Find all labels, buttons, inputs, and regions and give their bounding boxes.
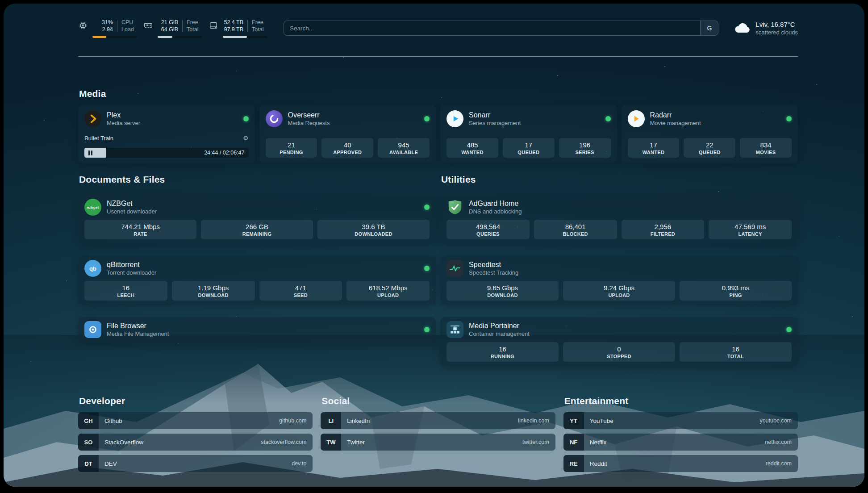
divider-vertical bbox=[117, 20, 117, 32]
disk-icon bbox=[209, 21, 219, 31]
app-card-sonarr[interactable]: Sonarr Series management 485WANTED 17QUE… bbox=[440, 105, 617, 163]
section-title-developer: Developer bbox=[79, 396, 313, 406]
stat-remaining: 266 GBREMAINING bbox=[201, 220, 313, 239]
header-divider bbox=[78, 56, 798, 57]
app-description: Series management bbox=[469, 120, 521, 126]
bookmark-name: Twitter bbox=[347, 439, 365, 446]
memory-free-label: Free bbox=[187, 19, 198, 26]
nzbget-icon: nzbget bbox=[84, 199, 101, 216]
bookmark-abbr: DT bbox=[78, 455, 99, 472]
stat-wanted: 17WANTED bbox=[628, 138, 680, 158]
pause-icon[interactable] bbox=[88, 150, 94, 155]
adguard-icon bbox=[447, 199, 463, 216]
radarr-icon bbox=[628, 110, 645, 127]
bookmark-name: YouTube bbox=[590, 418, 613, 424]
cpu-label: CPU bbox=[121, 19, 134, 26]
cpu-widget: 31% 2.94 CPU Load bbox=[78, 19, 137, 38]
app-name: NZBGet bbox=[107, 200, 157, 208]
app-card-adguard[interactable]: AdGuard Home DNS and adblocking 498,564Q… bbox=[440, 195, 798, 243]
bookmark-name: LinkedIn bbox=[347, 418, 370, 424]
app-description: Movie management bbox=[650, 120, 701, 126]
disk-total-value: 97.9 TB bbox=[224, 26, 243, 33]
snow-specks bbox=[4, 4, 4, 4]
app-name: Speedtest bbox=[469, 261, 518, 269]
app-description: Media server bbox=[107, 120, 140, 126]
stat-queued: 22QUEUED bbox=[684, 138, 735, 158]
bookmark-github[interactable]: GH Github github.com bbox=[78, 412, 313, 429]
app-description: DNS and adblocking bbox=[469, 208, 522, 215]
disk-progress-track bbox=[223, 36, 267, 38]
bookmark-url: twitter.com bbox=[522, 439, 549, 445]
stat-running: 16RUNNING bbox=[447, 342, 559, 362]
stat-latency: 47.569 msLATENCY bbox=[709, 220, 792, 239]
bookmark-url: github.com bbox=[279, 418, 306, 424]
bookmark-url: reddit.com bbox=[766, 460, 792, 467]
bookmark-name: Reddit bbox=[590, 460, 607, 467]
gear-icon[interactable]: ⚙ bbox=[243, 135, 249, 141]
window-frame: 31% 2.94 CPU Load bbox=[0, 0, 868, 493]
weather-widget[interactable]: Lviv, 16.87°C scattered clouds bbox=[734, 21, 798, 36]
bookmark-url: youtube.com bbox=[760, 418, 792, 424]
speedtest-icon bbox=[447, 260, 463, 277]
search-input[interactable] bbox=[284, 21, 718, 36]
stat-queued: 17QUEUED bbox=[503, 138, 555, 158]
plex-progress-fill bbox=[84, 148, 106, 158]
overseerr-icon bbox=[266, 110, 283, 127]
dashboard: 31% 2.94 CPU Load bbox=[4, 4, 864, 487]
app-card-nzbget[interactable]: nzbget NZBGet Usenet downloader 744.21 M… bbox=[78, 195, 436, 243]
plex-progress-bar[interactable]: 24:44 / 02:06:47 bbox=[84, 148, 249, 158]
sonarr-icon bbox=[447, 110, 463, 127]
status-dot bbox=[605, 116, 611, 121]
stat-total: 16TOTAL bbox=[680, 342, 792, 362]
bookmark-dev[interactable]: DT DEV dev.to bbox=[78, 455, 313, 472]
app-card-portainer[interactable]: Media Portainer Container management 16R… bbox=[440, 317, 798, 366]
app-card-plex[interactable]: Plex Media server Bullet Train ⚙ 24:44 /… bbox=[78, 105, 255, 163]
app-description: Torrent downloader bbox=[107, 269, 156, 276]
stat-downloaded: 39.6 TBDOWNLOADED bbox=[317, 220, 430, 239]
stat-blocked: 86,401BLOCKED bbox=[534, 220, 617, 239]
weather-condition: scattered clouds bbox=[755, 29, 798, 36]
app-name: Sonarr bbox=[469, 111, 521, 119]
section-title-utilities: Utilities bbox=[441, 174, 798, 185]
bookmark-reddit[interactable]: RE Reddit reddit.com bbox=[563, 455, 798, 472]
status-dot bbox=[424, 205, 430, 210]
divider-vertical bbox=[182, 20, 183, 32]
bookmark-abbr: NF bbox=[563, 434, 584, 451]
stat-upload: 9.24 GbpsUPLOAD bbox=[563, 281, 675, 301]
stat-leech: 16LEECH bbox=[84, 281, 167, 301]
qbittorrent-icon: qb bbox=[84, 260, 101, 277]
bookmark-netflix[interactable]: NF Netflix netflix.com bbox=[563, 434, 798, 451]
portainer-icon bbox=[447, 321, 463, 338]
bookmark-youtube[interactable]: YT YouTube youtube.com bbox=[563, 412, 798, 429]
app-card-qbittorrent[interactable]: qb qBittorrent Torrent downloader 16LEEC… bbox=[78, 256, 436, 305]
section-title-documents: Documents & Files bbox=[79, 174, 436, 185]
app-card-radarr[interactable]: Radarr Movie management 17WANTED 22QUEUE… bbox=[622, 105, 798, 163]
top-bar: 31% 2.94 CPU Load bbox=[78, 19, 798, 38]
memory-total-value: 64 GiB bbox=[161, 26, 178, 33]
disk-widget: 52.4 TB 97.9 TB Free Total bbox=[209, 19, 267, 38]
app-card-speedtest[interactable]: Speedtest Speedtest Tracking 9.65 GbpsDO… bbox=[440, 256, 798, 305]
bookmark-stackoverflow[interactable]: SO StackOverflow stackoverflow.com bbox=[78, 434, 313, 451]
section-bookmarks: Developer GH Github github.com SO StackO… bbox=[78, 396, 798, 476]
bookmark-twitter[interactable]: TW Twitter twitter.com bbox=[321, 434, 555, 451]
disk-total-label: Total bbox=[252, 26, 263, 33]
bookmark-linkedin[interactable]: LI LinkedIn linkedin.com bbox=[321, 412, 555, 429]
memory-progress-fill bbox=[158, 36, 172, 38]
cpu-icon bbox=[78, 21, 89, 31]
section-title-entertainment: Entertainment bbox=[564, 396, 798, 406]
app-card-filebrowser[interactable]: File Browser Media File Management bbox=[78, 317, 436, 342]
app-description: Speedtest Tracking bbox=[469, 269, 518, 276]
section-media: Media Plex Media server Bullet Train ⚙ bbox=[78, 88, 798, 163]
stat-pending: 21PENDING bbox=[266, 138, 317, 158]
disk-free-value: 52.4 TB bbox=[224, 19, 243, 26]
status-dot bbox=[424, 266, 430, 271]
app-card-overseerr[interactable]: Overseerr Media Requests 21PENDING 40APP… bbox=[259, 105, 436, 163]
bookmark-url: stackoverflow.com bbox=[261, 439, 306, 445]
stat-approved: 40APPROVED bbox=[321, 138, 373, 158]
section-title-social: Social bbox=[321, 396, 555, 406]
app-name: Plex bbox=[107, 111, 140, 119]
search-engine-button[interactable]: G bbox=[700, 21, 718, 35]
bookmark-name: Github bbox=[104, 418, 122, 424]
now-playing-title: Bullet Train bbox=[84, 135, 113, 142]
stat-upload: 618.52 MbpsUPLOAD bbox=[346, 281, 430, 301]
